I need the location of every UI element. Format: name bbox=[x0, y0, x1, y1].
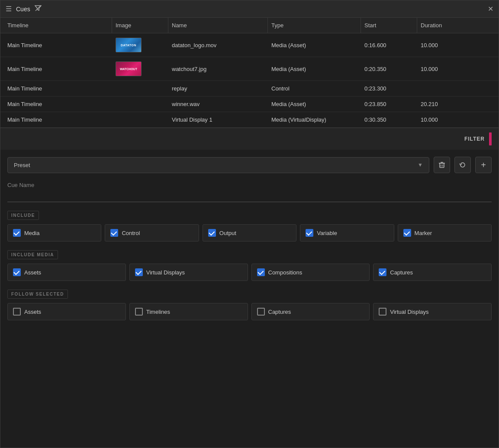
cell-name: replay bbox=[168, 81, 268, 96]
cell-duration: 10.000 bbox=[417, 61, 469, 77]
checkbox-virtual-displays[interactable] bbox=[135, 268, 143, 276]
chevron-down-icon: ▼ bbox=[418, 162, 423, 168]
table-body: Main Timeline DATATON dataton_logo.mov M… bbox=[0, 33, 499, 128]
checkbox-media[interactable] bbox=[13, 229, 21, 237]
add-button[interactable]: + bbox=[475, 157, 492, 173]
cell-start: 0:30.350 bbox=[361, 112, 417, 127]
window-title: Cues bbox=[16, 6, 30, 13]
col-timeline: Timeline bbox=[4, 18, 112, 33]
cell-name: watchout7.jpg bbox=[168, 61, 268, 77]
col-image: Image bbox=[112, 18, 168, 33]
follow-selected-checkbox-grid: Assets Timelines Captures Virtual Displa… bbox=[7, 303, 492, 320]
checkbox-compositions[interactable] bbox=[257, 268, 265, 276]
cell-image bbox=[112, 116, 168, 124]
table-row[interactable]: Main Timeline Virtual Display 1 Media (V… bbox=[0, 112, 499, 128]
checkbox-follow-captures[interactable] bbox=[257, 308, 265, 316]
cell-timeline: Main Timeline bbox=[4, 97, 112, 112]
cell-start: 0:23.850 bbox=[361, 97, 417, 112]
include-section: INCLUDE Media Control Output bbox=[7, 211, 492, 242]
include-checkbox-grid: Media Control Output Variable bbox=[7, 224, 492, 242]
svg-rect-1 bbox=[440, 163, 444, 168]
cue-name-label: Cue Name bbox=[7, 182, 492, 188]
preset-dropdown[interactable]: Preset ▼ bbox=[7, 157, 429, 173]
filter-header-bar: FILTER bbox=[0, 128, 499, 150]
checkbox-virtual-displays-label: Virtual Displays bbox=[146, 269, 185, 276]
table-row[interactable]: Main Timeline DATATON dataton_logo.mov M… bbox=[0, 33, 499, 57]
cell-type: Media (VirtualDisplay) bbox=[268, 112, 361, 127]
include-media-section-title: INCLUDE MEDIA bbox=[7, 250, 58, 259]
preset-label: Preset bbox=[14, 162, 30, 168]
thumbnail-dataton: DATATON bbox=[116, 38, 142, 52]
cell-type: Control bbox=[268, 81, 361, 96]
col-start: Start bbox=[361, 18, 417, 33]
menu-icon[interactable]: ☰ bbox=[6, 5, 12, 13]
cell-timeline: Main Timeline bbox=[4, 81, 112, 96]
cue-name-input[interactable] bbox=[7, 192, 492, 202]
delete-button[interactable] bbox=[434, 157, 450, 173]
checkbox-item-variable[interactable]: Variable bbox=[300, 224, 394, 242]
checkbox-compositions-label: Compositions bbox=[268, 269, 303, 276]
checkbox-item-assets[interactable]: Assets bbox=[7, 264, 126, 281]
table-row[interactable]: Main Timeline WATCHOUT watchout7.jpg Med… bbox=[0, 57, 499, 81]
table-row[interactable]: Main Timeline replay Control 0:23.300 bbox=[0, 81, 499, 97]
table-header: Timeline Image Name Type Start Duration bbox=[0, 18, 499, 33]
include-section-title: INCLUDE bbox=[7, 211, 39, 220]
checkbox-item-compositions[interactable]: Compositions bbox=[251, 264, 370, 281]
follow-selected-section: FOLLOW SELECTED Assets Timelines Capture… bbox=[7, 290, 492, 320]
main-window: ☰ Cues ✕ Timeline Image Name Type Start … bbox=[0, 0, 499, 448]
checkbox-item-follow-timelines[interactable]: Timelines bbox=[129, 303, 248, 320]
include-media-section: INCLUDE MEDIA Assets Virtual Displays Co… bbox=[7, 250, 492, 281]
checkbox-variable[interactable] bbox=[306, 229, 313, 237]
cell-start: 0:16.600 bbox=[361, 38, 417, 53]
checkbox-item-marker[interactable]: Marker bbox=[398, 224, 492, 242]
table-row[interactable]: Main Timeline winner.wav Media (Asset) 0… bbox=[0, 97, 499, 112]
checkbox-output[interactable] bbox=[208, 229, 216, 237]
checkbox-item-output[interactable]: Output bbox=[203, 224, 296, 242]
checkbox-item-follow-virtual-displays[interactable]: Virtual Displays bbox=[373, 303, 492, 320]
checkbox-follow-timelines[interactable] bbox=[135, 308, 143, 316]
checkbox-control[interactable] bbox=[110, 229, 118, 237]
checkbox-item-follow-captures[interactable]: Captures bbox=[251, 303, 370, 320]
checkbox-follow-captures-label: Captures bbox=[268, 309, 291, 315]
cues-table: Timeline Image Name Type Start Duration … bbox=[0, 18, 499, 128]
checkbox-follow-assets[interactable] bbox=[13, 308, 21, 316]
cell-type: Media (Asset) bbox=[268, 97, 361, 112]
cell-type: Media (Asset) bbox=[268, 61, 361, 77]
checkbox-follow-timelines-label: Timelines bbox=[146, 309, 170, 315]
cell-timeline: Main Timeline bbox=[4, 61, 112, 77]
checkbox-captures[interactable] bbox=[379, 268, 386, 276]
checkbox-output-label: Output bbox=[219, 230, 236, 236]
cell-duration: 20.210 bbox=[417, 97, 469, 112]
checkbox-item-follow-assets[interactable]: Assets bbox=[7, 303, 126, 320]
cell-name: winner.wav bbox=[168, 97, 268, 112]
cell-timeline: Main Timeline bbox=[4, 38, 112, 53]
titlebar: ☰ Cues ✕ bbox=[0, 0, 499, 18]
filter-section: FILTER Preset ▼ bbox=[0, 128, 499, 448]
cell-start: 0:20.350 bbox=[361, 61, 417, 77]
checkbox-follow-assets-label: Assets bbox=[24, 309, 41, 315]
col-name: Name bbox=[168, 18, 268, 33]
checkbox-follow-virtual-displays-label: Virtual Displays bbox=[390, 309, 428, 315]
reset-button[interactable] bbox=[454, 157, 471, 173]
checkbox-marker[interactable] bbox=[403, 229, 411, 237]
cell-image: WATCHOUT bbox=[112, 57, 168, 81]
checkbox-item-virtual-displays[interactable]: Virtual Displays bbox=[129, 264, 248, 281]
cell-image bbox=[112, 84, 168, 93]
filter-slash-icon[interactable] bbox=[35, 5, 42, 13]
checkbox-assets[interactable] bbox=[13, 268, 21, 276]
col-duration: Duration bbox=[417, 18, 469, 33]
follow-selected-section-title: FOLLOW SELECTED bbox=[7, 290, 68, 299]
checkbox-captures-label: Captures bbox=[390, 269, 413, 276]
checkbox-item-media[interactable]: Media bbox=[7, 224, 101, 242]
cell-duration: 10.000 bbox=[417, 38, 469, 53]
cell-type: Media (Asset) bbox=[268, 38, 361, 53]
filter-body: Preset ▼ bbox=[0, 150, 499, 336]
col-type: Type bbox=[268, 18, 361, 33]
checkbox-follow-virtual-displays[interactable] bbox=[379, 308, 386, 316]
checkbox-item-control[interactable]: Control bbox=[105, 224, 199, 242]
close-button[interactable]: ✕ bbox=[488, 6, 493, 13]
cell-image: DATATON bbox=[112, 33, 168, 57]
checkbox-marker-label: Marker bbox=[415, 230, 432, 236]
cell-start: 0:23.300 bbox=[361, 81, 417, 96]
checkbox-item-captures[interactable]: Captures bbox=[373, 264, 492, 281]
